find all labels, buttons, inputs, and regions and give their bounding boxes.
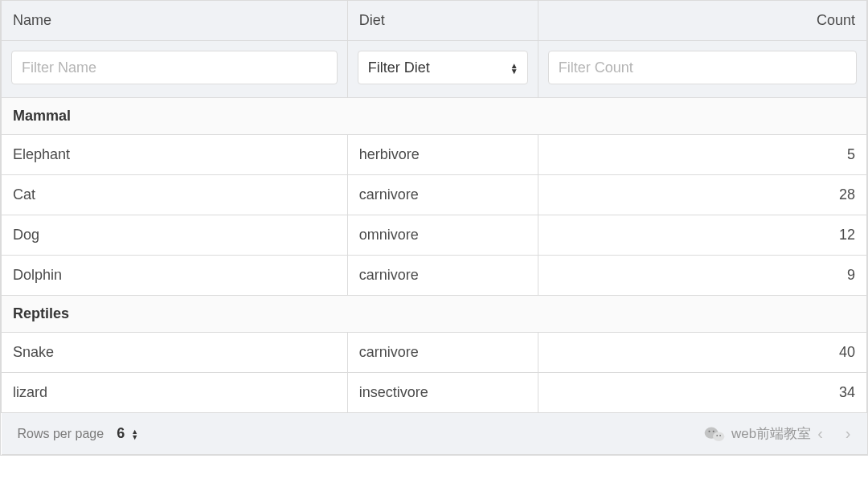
watermark-text: web前端教室 xyxy=(731,424,811,443)
filter-diet-select[interactable]: Filter Diet xyxy=(358,51,528,84)
cell-name: Cat xyxy=(2,175,348,215)
table-body: MammalElephantherbivore5Catcarnivore28Do… xyxy=(2,98,867,413)
cell-count: 34 xyxy=(538,373,866,413)
svg-point-3 xyxy=(713,430,714,432)
cell-name: lizard xyxy=(2,373,348,413)
filter-diet-select-wrap: Filter Diet ▲▼ xyxy=(358,51,528,84)
cell-count: 9 xyxy=(538,256,866,296)
cell-diet: herbivore xyxy=(347,135,538,175)
rows-per-page: Rows per page 6 ▲▼ xyxy=(18,425,139,442)
watermark: web前端教室 ‹ › xyxy=(704,424,851,443)
svg-point-1 xyxy=(713,432,724,441)
select-arrows-icon: ▲▼ xyxy=(131,428,138,440)
filter-name-input[interactable] xyxy=(11,51,338,84)
cell-diet: insectivore xyxy=(347,373,538,413)
table-row: lizardinsectivore34 xyxy=(2,373,867,413)
table-filter-row: Filter Diet ▲▼ xyxy=(2,41,867,98)
rows-per-page-value: 6 xyxy=(117,425,125,442)
table-row: Dolphincarnivore9 xyxy=(2,256,867,296)
group-header: Reptiles xyxy=(2,296,867,333)
cell-diet: omnivore xyxy=(347,215,538,256)
header-diet[interactable]: Diet xyxy=(347,1,538,41)
cell-count: 28 xyxy=(538,175,866,215)
cell-diet: carnivore xyxy=(347,256,538,296)
group-header: Mammal xyxy=(2,98,867,135)
prev-page-button[interactable]: ‹ xyxy=(817,424,823,443)
table-row: Dogomnivore12 xyxy=(2,215,867,256)
cell-count: 12 xyxy=(538,215,866,256)
group-title: Reptiles xyxy=(2,296,867,333)
table-row: Snakecarnivore40 xyxy=(2,333,867,373)
cell-name: Elephant xyxy=(2,135,348,175)
header-name[interactable]: Name xyxy=(2,1,348,41)
cell-name: Dog xyxy=(2,215,348,256)
cell-diet: carnivore xyxy=(347,175,538,215)
data-table: Name Diet Count Filter Diet ▲▼ xyxy=(0,0,868,456)
cell-name: Dolphin xyxy=(2,256,348,296)
svg-point-2 xyxy=(708,430,710,432)
cell-diet: carnivore xyxy=(347,333,538,373)
next-page-button[interactable]: › xyxy=(845,424,851,443)
table-footer: Rows per page 6 ▲▼ xyxy=(2,413,867,455)
svg-point-4 xyxy=(716,435,718,436)
header-count[interactable]: Count xyxy=(538,1,866,41)
wechat-icon xyxy=(704,425,725,443)
table-row: Catcarnivore28 xyxy=(2,175,867,215)
table-row: Elephantherbivore5 xyxy=(2,135,867,175)
group-title: Mammal xyxy=(2,98,867,135)
table-header-row: Name Diet Count xyxy=(2,1,867,41)
cell-count: 40 xyxy=(538,333,866,373)
filter-count-input[interactable] xyxy=(548,51,857,84)
rows-per-page-select[interactable]: 6 ▲▼ xyxy=(117,425,138,442)
rows-per-page-label: Rows per page xyxy=(18,427,104,441)
pagination-arrows: ‹ › xyxy=(817,424,850,443)
cell-count: 5 xyxy=(538,135,866,175)
cell-name: Snake xyxy=(2,333,348,373)
svg-point-5 xyxy=(719,435,721,436)
